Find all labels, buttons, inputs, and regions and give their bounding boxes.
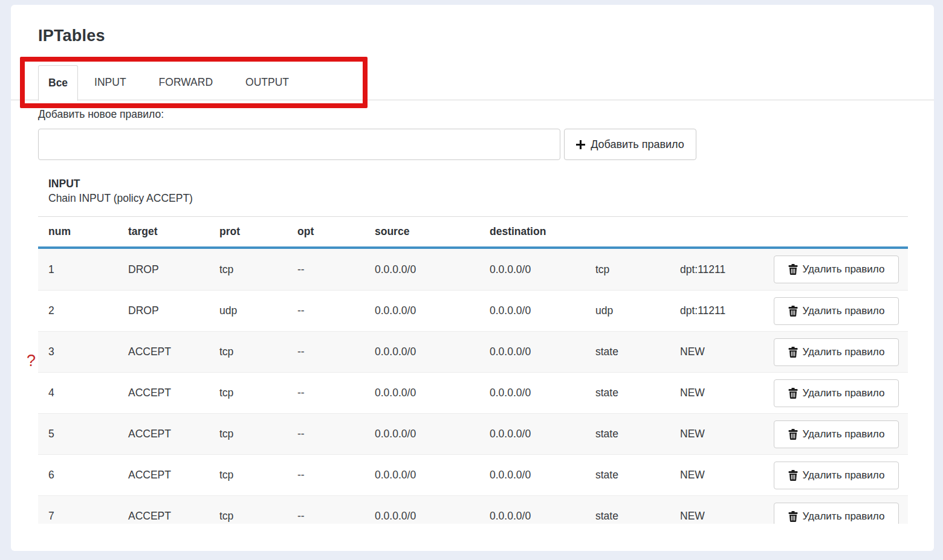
- cell-opt: --: [287, 510, 365, 523]
- cell-destination: 0.0.0.0/0: [479, 510, 585, 523]
- delete-rule-button[interactable]: Удалить правило: [774, 420, 899, 448]
- cell-action: Удалить правило: [763, 256, 908, 283]
- cell-num: 6: [38, 469, 118, 481]
- cell-action: Удалить правило: [763, 297, 908, 325]
- plus-icon: [576, 140, 585, 149]
- cell-extra1: state: [585, 428, 670, 440]
- cell-target: ACCEPT: [118, 428, 209, 440]
- cell-extra2: NEW: [670, 469, 763, 481]
- delete-rule-button-label: Удалить правило: [803, 428, 885, 440]
- trash-icon: [788, 264, 798, 275]
- trash-icon: [788, 388, 798, 399]
- cell-target: ACCEPT: [118, 346, 209, 358]
- tab-output[interactable]: OUTPUT: [229, 65, 305, 100]
- cell-num: 4: [38, 387, 118, 399]
- cell-extra2: NEW: [670, 428, 763, 440]
- tab-all[interactable]: Все: [38, 65, 78, 101]
- table-row: 6ACCEPTtcp--0.0.0.0/00.0.0.0/0stateNEWУд…: [38, 454, 908, 495]
- cell-prot: tcp: [209, 510, 287, 523]
- cell-num: 2: [38, 304, 118, 317]
- trash-icon: [788, 511, 798, 522]
- delete-rule-button-label: Удалить правило: [803, 346, 885, 358]
- cell-extra2: dpt:11211: [670, 263, 763, 276]
- cell-destination: 0.0.0.0/0: [479, 304, 585, 317]
- cell-source: 0.0.0.0/0: [365, 346, 479, 358]
- cell-prot: udp: [209, 304, 287, 317]
- add-rule-button-label: Добавить правило: [591, 138, 684, 151]
- cell-extra2: NEW: [670, 346, 763, 358]
- iptables-card: IPTables Все INPUT FORWARD OUTPUT ? Доба…: [11, 5, 934, 551]
- delete-rule-button[interactable]: Удалить правило: [774, 462, 899, 489]
- delete-rule-button-label: Удалить правило: [803, 263, 885, 275]
- cell-destination: 0.0.0.0/0: [479, 469, 585, 481]
- cell-opt: --: [287, 428, 365, 440]
- tab-input[interactable]: INPUT: [78, 65, 143, 100]
- delete-rule-button[interactable]: Удалить правило: [774, 503, 899, 524]
- delete-rule-button-label: Удалить правило: [803, 387, 885, 399]
- cell-source: 0.0.0.0/0: [365, 428, 479, 440]
- cell-action: Удалить правило: [763, 338, 908, 366]
- cell-extra1: state: [585, 510, 670, 523]
- cell-prot: tcp: [209, 263, 287, 276]
- tab-forward[interactable]: FORWARD: [143, 65, 229, 100]
- header-num: num: [38, 225, 118, 238]
- table-row: 1DROPtcp--0.0.0.0/00.0.0.0/0tcpdpt:11211…: [38, 249, 908, 290]
- cell-num: 5: [38, 428, 118, 440]
- cell-action: Удалить правило: [763, 379, 908, 407]
- cell-target: ACCEPT: [118, 510, 209, 523]
- cell-extra2: dpt:11211: [670, 304, 763, 317]
- cell-action: Удалить правило: [763, 420, 908, 448]
- header-opt: opt: [287, 225, 365, 238]
- cell-destination: 0.0.0.0/0: [479, 387, 585, 399]
- cell-destination: 0.0.0.0/0: [479, 263, 585, 276]
- cell-prot: tcp: [209, 428, 287, 440]
- cell-target: DROP: [118, 263, 209, 276]
- cell-num: 7: [38, 510, 118, 523]
- cell-source: 0.0.0.0/0: [365, 469, 479, 481]
- cell-prot: tcp: [209, 469, 287, 481]
- cell-source: 0.0.0.0/0: [365, 510, 479, 523]
- cell-extra1: state: [585, 346, 670, 358]
- cell-prot: tcp: [209, 387, 287, 399]
- trash-icon: [788, 470, 798, 481]
- table-row: 5ACCEPTtcp--0.0.0.0/00.0.0.0/0stateNEWУд…: [38, 413, 908, 454]
- cell-source: 0.0.0.0/0: [365, 263, 479, 276]
- cell-opt: --: [287, 469, 365, 481]
- trash-icon: [788, 429, 798, 440]
- trash-icon: [788, 306, 798, 317]
- cell-extra1: tcp: [585, 263, 670, 276]
- cell-source: 0.0.0.0/0: [365, 304, 479, 317]
- cell-num: 3: [38, 346, 118, 358]
- header-target: target: [118, 225, 209, 238]
- page-title: IPTables: [38, 27, 105, 45]
- cell-extra1: udp: [585, 304, 670, 317]
- add-rule-button[interactable]: Добавить правило: [564, 129, 696, 160]
- cell-opt: --: [287, 304, 365, 317]
- new-rule-input[interactable]: [38, 129, 560, 160]
- tab-bar: Все INPUT FORWARD OUTPUT: [11, 65, 934, 100]
- header-destination: destination: [479, 225, 585, 238]
- delete-rule-button[interactable]: Удалить правило: [774, 379, 899, 407]
- delete-rule-button-label: Удалить правило: [803, 510, 885, 523]
- chain-section-title: INPUT: [48, 178, 80, 190]
- delete-rule-button-label: Удалить правило: [803, 469, 885, 481]
- cell-extra2: NEW: [670, 510, 763, 523]
- cell-target: ACCEPT: [118, 387, 209, 399]
- red-question-mark-annotation: ?: [27, 352, 36, 370]
- cell-destination: 0.0.0.0/0: [479, 346, 585, 358]
- delete-rule-button-label: Удалить правило: [803, 305, 885, 317]
- cell-target: ACCEPT: [118, 469, 209, 481]
- cell-prot: tcp: [209, 346, 287, 358]
- cell-opt: --: [287, 387, 365, 399]
- cell-source: 0.0.0.0/0: [365, 387, 479, 399]
- delete-rule-button[interactable]: Удалить правило: [774, 297, 899, 325]
- table-row: 7ACCEPTtcp--0.0.0.0/00.0.0.0/0stateNEWУд…: [38, 495, 908, 524]
- delete-rule-button[interactable]: Удалить правило: [774, 256, 899, 283]
- chain-policy-subtitle: Chain INPUT (policy ACCEPT): [48, 192, 193, 205]
- table-header-row: num target prot opt source destination: [38, 216, 908, 249]
- table-row: 2DROPudp--0.0.0.0/00.0.0.0/0udpdpt:11211…: [38, 290, 908, 331]
- cell-extra1: state: [585, 469, 670, 481]
- table-row: 4ACCEPTtcp--0.0.0.0/00.0.0.0/0stateNEWУд…: [38, 372, 908, 413]
- table-row: 3ACCEPTtcp--0.0.0.0/00.0.0.0/0stateNEWУд…: [38, 331, 908, 372]
- delete-rule-button[interactable]: Удалить правило: [774, 338, 899, 366]
